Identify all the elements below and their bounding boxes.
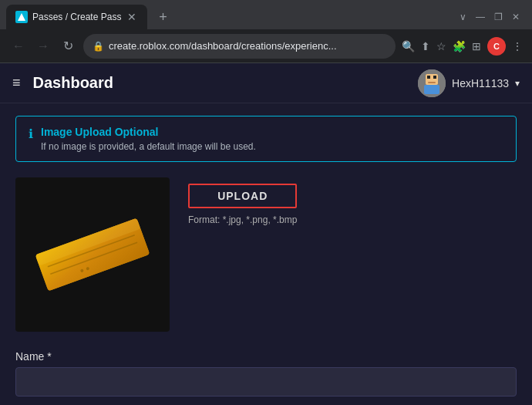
tab-close-button[interactable]: ✕ [126,11,138,23]
app-container: ≡ Dashboard HexH11133 ▾ ℹ [0,63,532,405]
address-actions: 🔍 ⬆ ☆ 🧩 ⊞ C ⋮ [402,37,523,56]
format-text: Format: *.jpg, *.png, *.bmp [188,214,297,225]
name-field-group: Name * [15,350,517,397]
info-description: If no image is provided, a default image… [41,141,256,152]
back-button[interactable]: ← [9,37,28,56]
window-collapse-icon[interactable]: ∨ [460,12,466,22]
username-label: HexH11133 [452,77,509,89]
required-marker: * [44,350,51,363]
image-preview [15,177,170,332]
puzzle-icon[interactable]: 🧩 [453,40,466,52]
browser-chrome: Passes / Create Pass ✕ + ∨ — ❐ ✕ ← → ↻ 🔒… [0,0,532,63]
info-icon: ℹ [29,127,33,141]
lock-icon: 🔒 [93,41,104,52]
info-box: ℹ Image Upload Optional If no image is p… [15,116,517,162]
search-icon[interactable]: 🔍 [402,40,415,52]
user-menu-button[interactable]: HexH11133 ▾ [418,69,520,97]
svg-rect-3 [427,76,430,79]
preview-image [23,193,162,316]
upload-button[interactable]: UPLOAD [188,184,297,208]
window-close-button[interactable]: ✕ [512,12,520,22]
extensions-icon[interactable]: ⊞ [472,40,481,52]
tab-favicon [15,11,28,23]
user-menu-chevron-icon: ▾ [515,78,520,89]
hamburger-menu-button[interactable]: ≡ [12,75,21,91]
address-bar: ← → ↻ 🔒 create.roblox.com/dashboard/crea… [0,29,532,63]
reload-button[interactable]: ↻ [59,37,77,56]
main-content: ℹ Image Upload Optional If no image is p… [0,103,532,405]
window-maximize-button[interactable]: ❐ [494,12,503,22]
svg-rect-2 [424,85,439,94]
profile-avatar[interactable]: C [487,37,506,56]
top-nav: ≡ Dashboard HexH11133 ▾ [0,63,532,103]
window-minimize-button[interactable]: — [476,12,485,22]
upload-section: UPLOAD Format: *.jpg, *.png, *.bmp [15,177,517,332]
active-tab[interactable]: Passes / Create Pass ✕ [6,5,147,29]
window-controls: ∨ — ❐ ✕ [460,12,526,22]
info-content: Image Upload Optional If no image is pro… [41,126,256,152]
menu-icon[interactable]: ⋮ [512,40,523,52]
url-text: create.roblox.com/dashboard/creations/ex… [109,40,386,52]
tab-title: Passes / Create Pass [32,12,121,22]
new-tab-button[interactable]: + [153,8,172,26]
name-field-label: Name * [15,350,517,363]
bookmark-icon[interactable]: ☆ [436,40,446,52]
upload-controls: UPLOAD Format: *.jpg, *.png, *.bmp [188,177,297,225]
info-title: Image Upload Optional [41,126,256,138]
svg-rect-4 [433,76,436,79]
name-input[interactable] [15,367,517,397]
forward-button[interactable]: → [34,37,52,56]
tab-bar: Passes / Create Pass ✕ + ∨ — ❐ ✕ [0,0,532,29]
user-avatar [418,69,446,97]
page-title: Dashboard [33,74,419,92]
svg-rect-5 [428,82,436,83]
address-input[interactable]: 🔒 create.roblox.com/dashboard/creations/… [83,34,396,59]
share-icon[interactable]: ⬆ [421,40,430,52]
